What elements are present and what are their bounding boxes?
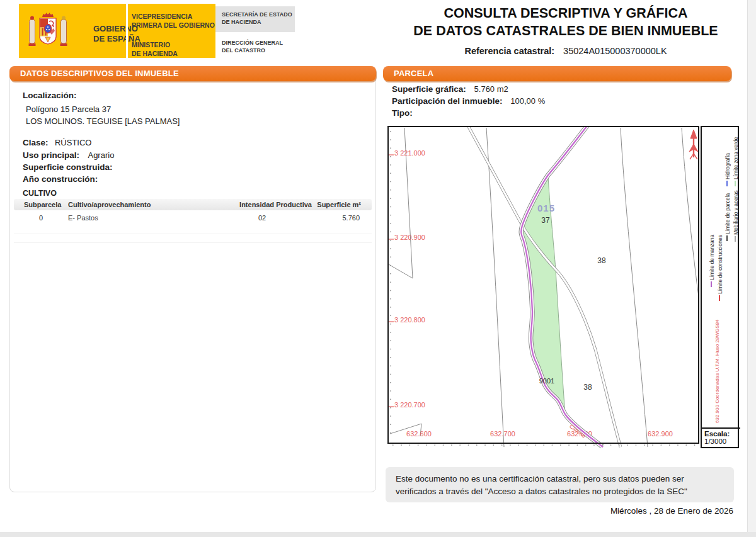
hidrografia-swatch-icon (726, 181, 728, 186)
road-parcel-label: 9001 (539, 377, 554, 385)
document-date: Miércoles , 28 de Enero de 2026 (386, 506, 733, 516)
secretaria-box: SECRETARÍA DE ESTADO DE HACIENDA (215, 6, 295, 32)
vicepresidencia-label: VICEPRESIDENCIA PRIMERA DEL GOBIERNO (132, 13, 215, 30)
scale-value: 1/3000 (704, 438, 740, 445)
page-bottom-band (0, 532, 756, 537)
neighbor-parcel-label: 38 (583, 383, 592, 392)
polygon-code-label: 015 (537, 203, 555, 213)
superficie-construida-row: Superficie construida: (23, 161, 113, 172)
x-axis-label: 632.900 (648, 430, 673, 438)
construcciones-swatch-icon (719, 295, 721, 301)
map-legend: Límite de manzana Límite de construccion… (701, 126, 739, 448)
cadastral-map-svg: 632.800 015 37 38 38 9001 Camino 3 221.0… (387, 126, 699, 448)
legend-label: Límite zona verde (733, 137, 739, 179)
participacion-label: Participación del inmueble: (392, 96, 503, 106)
scale-box: Escala: 1/3000 (702, 427, 740, 449)
cadastral-reference: Referencia catastral:35024A015000370000L… (386, 46, 746, 56)
logo-divider (126, 4, 128, 58)
localizacion-label: Localización: (23, 91, 77, 100)
cell-subparcela: 0 (39, 214, 43, 222)
tipo-label: Tipo: (392, 108, 413, 118)
y-axis-label-ticks (389, 155, 394, 407)
uso-row: Uso principal: Agrario (23, 149, 114, 161)
descriptive-data-header-bar: DATOS DESCRIPTIVOS DEL INMUEBLE (9, 66, 376, 81)
cadastral-document: GOBIERNO DE ESPAÑA VICEPRESIDENCIA PRIME… (0, 0, 748, 532)
uso-label: Uso principal: (23, 150, 79, 160)
x-axis-labels: 632.600 632.700 632.900 (406, 430, 673, 438)
cultivo-table-header: Subparcela Cultivo/aprovechamiento Inten… (14, 199, 372, 210)
scale-label: Escala: (704, 430, 740, 438)
x-axis-label: 632.700 (490, 430, 515, 438)
secretaria-label: SECRETARÍA DE ESTADO DE HACIENDA (222, 11, 292, 26)
parcela-header-bar: PARCELA (383, 66, 731, 81)
cell-superficie: 5.760 (342, 214, 360, 222)
utm-coordinates-note: 632.900 Coordenadas U.T.M. Huso 28WGS84 (714, 314, 723, 423)
reference-value: 35024A015000370000LK (563, 46, 667, 56)
y-axis-label: 3 220.700 (394, 401, 425, 409)
north-arrow-icon (689, 130, 698, 159)
localizacion-line2: LOS MOLINOS. TEGUISE [LAS PALMAS] (26, 116, 180, 126)
disclaimer-box: Este documento no es una certificación c… (386, 467, 734, 502)
tipo-row: Tipo: (392, 108, 418, 118)
cultivo-table-row: 0 E- Pastos 02 5.760 (14, 212, 372, 222)
legend-item-parcela: Límite de parcela (724, 188, 733, 242)
x-axis-label: 632.600 (406, 430, 432, 438)
participacion-value: 100,00 % (510, 96, 545, 106)
y-axis-label: 3 220.800 (394, 316, 425, 324)
col-subparcela: Subparcela (24, 201, 61, 208)
anio-construccion-label: Año construcción: (23, 174, 98, 184)
zona-verde-swatch-icon (735, 181, 736, 186)
legend-item-hidrografia: Hidrografía (724, 146, 733, 188)
clase-value: RÚSTICO (55, 138, 92, 147)
empty-table-row (14, 234, 372, 243)
document-title: CONSULTA DESCRIPTIVA Y GRÁFICA DE DATOS … (386, 5, 746, 56)
col-cultivo: Cultivo/aprovechamiento (68, 201, 151, 208)
parcela-swatch-icon (726, 235, 728, 241)
col-superficie: Superficie m² (317, 201, 361, 208)
spain-coat-of-arms-icon (28, 10, 67, 52)
anio-construccion-row: Año construcción: (23, 173, 98, 184)
legend-label: Hidrografía (724, 153, 731, 179)
legend-item-mobiliario: Mobiliario y aceras (733, 190, 741, 243)
title-line-1: CONSULTA DESCRIPTIVA Y GRÁFICA (386, 5, 746, 23)
localizacion-line1: Polígono 15 Parcela 37 (26, 105, 111, 114)
cadastral-map: 632.800 015 37 38 38 9001 Camino 3 221.0… (387, 126, 699, 448)
cultivo-title: CULTIVO (23, 189, 57, 198)
reference-label: Referencia catastral: (464, 46, 554, 56)
legend-label: Mobiliario y aceras (733, 190, 739, 235)
uso-value: Agrario (88, 150, 114, 160)
ministerio-label: MINISTERIO DE HACIENDA (132, 41, 178, 58)
parcel-number-label: 37 (541, 216, 550, 225)
participacion-row: Participación del inmueble: 100,00 % (392, 96, 545, 106)
superficie-grafica-row: Superficie gráfica: 5.760 m2 (392, 84, 508, 94)
y-axis-label: 3 221.000 (394, 149, 425, 157)
cell-cultivo: E- Pastos (68, 214, 98, 222)
government-logo: GOBIERNO DE ESPAÑA VICEPRESIDENCIA PRIME… (19, 4, 215, 58)
cell-intensidad: 02 (258, 214, 266, 222)
descriptive-data-panel: DATOS DESCRIPTIVOS DEL INMUEBLE Localiza… (9, 66, 376, 492)
legend-label: Límite de parcela (724, 193, 731, 234)
legend-label: Límite de manzana (709, 235, 715, 280)
legend-item-zona-verde: Límite zona verde (733, 137, 741, 188)
clase-label: Clase: (23, 138, 49, 147)
mobiliario-swatch-icon (735, 236, 736, 242)
title-line-2: DE DATOS CATASTRALES DE BIEN INMUEBLE (386, 23, 746, 40)
superficie-grafica-label: Superficie gráfica: (392, 84, 466, 94)
superficie-grafica-value: 5.760 m2 (474, 84, 508, 94)
col-intensidad: Intensidad Productiva (239, 201, 312, 208)
y-axis-label: 3 220.900 (394, 234, 425, 241)
superficie-construida-label: Superficie construida: (23, 162, 113, 172)
legend-item-manzana: Límite de manzana (709, 222, 717, 288)
direccion-general-catastro-label: DIRECCIÓN GENERAL DEL CATASTRO (222, 39, 283, 54)
y-axis-labels: 3 221.000 3 220.900 3 220.800 3 220.700 (394, 149, 425, 409)
neighbor-parcel-label: 38 (597, 256, 606, 265)
clase-row: Clase: RÚSTICO (23, 137, 91, 148)
manzana-swatch-icon (711, 281, 713, 287)
empty-table-row (14, 225, 372, 234)
legend-label: Límite de construcciones (717, 235, 723, 294)
